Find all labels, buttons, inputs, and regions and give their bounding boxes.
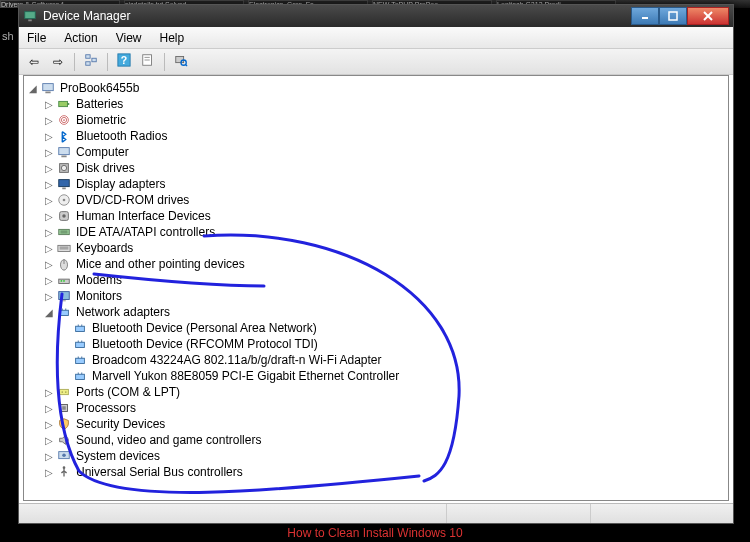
tree-category[interactable]: ▷Monitors xyxy=(28,288,728,304)
svg-point-44 xyxy=(63,280,65,282)
expander-icon[interactable]: ▷ xyxy=(44,227,54,237)
tree-category[interactable]: ▷Bluetooth Radios xyxy=(28,128,728,144)
expander-icon[interactable]: ▷ xyxy=(44,195,54,205)
expander-icon[interactable]: ▷ xyxy=(44,115,54,125)
tree-category[interactable]: ▷DVD/CD-ROM drives xyxy=(28,192,728,208)
expander-icon[interactable]: ▷ xyxy=(44,451,54,461)
tree-category[interactable]: ▷Security Devices xyxy=(28,416,728,432)
tree-category-label: Sound, video and game controllers xyxy=(76,433,261,447)
arrow-right-icon: ⇨ xyxy=(53,55,63,69)
svg-point-31 xyxy=(63,199,66,202)
tree-device[interactable]: Bluetooth Device (RFCOMM Protocol TDI) xyxy=(28,336,728,352)
expander-icon[interactable]: ▷ xyxy=(44,211,54,221)
menu-file[interactable]: File xyxy=(27,31,46,45)
expander-icon[interactable]: ▷ xyxy=(44,467,54,477)
tree-category-label: Computer xyxy=(76,145,129,159)
help-button[interactable]: ? xyxy=(113,52,135,72)
tree-category[interactable]: ▷Universal Serial Bus controllers xyxy=(28,464,728,480)
expander-icon[interactable]: ▷ xyxy=(44,131,54,141)
tree-category[interactable]: ▷IDE ATA/ATAPI controllers xyxy=(28,224,728,240)
close-button[interactable] xyxy=(687,7,729,25)
svg-point-23 xyxy=(63,119,65,121)
ide-icon xyxy=(56,224,72,240)
svg-rect-45 xyxy=(59,292,70,300)
svg-rect-46 xyxy=(62,300,66,301)
tree-device[interactable]: Broadcom 43224AG 802.11a/b/g/draft-n Wi-… xyxy=(28,352,728,368)
tree-category[interactable]: ▷Computer xyxy=(28,144,728,160)
expander-icon[interactable]: ▷ xyxy=(44,99,54,109)
svg-rect-0 xyxy=(25,12,36,19)
biometric-icon xyxy=(56,112,72,128)
expander-icon[interactable]: ▷ xyxy=(44,163,54,173)
modem-icon xyxy=(56,272,72,288)
expander-icon[interactable]: ▷ xyxy=(44,147,54,157)
app-icon xyxy=(23,9,37,23)
network-icon xyxy=(72,368,88,384)
expander-icon[interactable]: ▷ xyxy=(44,275,54,285)
svg-rect-18 xyxy=(45,92,50,94)
battery-icon xyxy=(56,96,72,112)
tree-category[interactable]: ▷System devices xyxy=(28,448,728,464)
tree-content[interactable]: ◢ProBook6455b▷Batteries▷Biometric▷Blueto… xyxy=(23,75,729,501)
backdrop-link[interactable]: How to Clean Install Windows 10 xyxy=(287,526,462,540)
keyboard-icon xyxy=(56,240,72,256)
expander-icon[interactable]: ▷ xyxy=(44,179,54,189)
tree-category[interactable]: ▷Display adapters xyxy=(28,176,728,192)
tree-category[interactable]: ◢Network adapters xyxy=(28,304,728,320)
tree-category-label: Universal Serial Bus controllers xyxy=(76,465,243,479)
tree-root[interactable]: ◢ProBook6455b xyxy=(28,80,728,96)
expander-icon[interactable]: ▷ xyxy=(44,403,54,413)
menu-help[interactable]: Help xyxy=(160,31,185,45)
svg-point-43 xyxy=(61,280,63,282)
tree-category-label: Processors xyxy=(76,401,136,415)
tree-category-label: Display adapters xyxy=(76,177,165,191)
tree-category[interactable]: ▷Biometric xyxy=(28,112,728,128)
expander-icon[interactable]: ▷ xyxy=(44,435,54,445)
tree-device-label: Bluetooth Device (Personal Area Network) xyxy=(92,321,317,335)
backdrop-text: sh xyxy=(2,30,14,42)
expander-icon[interactable]: ▷ xyxy=(44,419,54,429)
expander-icon[interactable]: ▷ xyxy=(44,387,54,397)
properties-button[interactable] xyxy=(137,52,159,72)
svg-rect-24 xyxy=(59,148,70,155)
titlebar[interactable]: Device Manager xyxy=(19,5,733,27)
tree-category-label: Ports (COM & LPT) xyxy=(76,385,180,399)
tree-device[interactable]: Marvell Yukon 88E8059 PCI-E Gigabit Ethe… xyxy=(28,368,728,384)
network-icon xyxy=(56,304,72,320)
svg-rect-29 xyxy=(62,188,66,190)
expander-icon[interactable]: ▷ xyxy=(44,291,54,301)
tree-device[interactable]: Bluetooth Device (Personal Area Network) xyxy=(28,320,728,336)
scan-hardware-button[interactable] xyxy=(170,52,192,72)
display-icon xyxy=(56,176,72,192)
forward-button[interactable]: ⇨ xyxy=(47,52,69,72)
tree-category[interactable]: ▷Modems xyxy=(28,272,728,288)
system-icon xyxy=(56,448,72,464)
menu-view[interactable]: View xyxy=(116,31,142,45)
tree-category[interactable]: ▷Batteries xyxy=(28,96,728,112)
back-button[interactable]: ⇦ xyxy=(23,52,45,72)
tree-icon xyxy=(84,53,98,70)
tree-category[interactable]: ▷Ports (COM & LPT) xyxy=(28,384,728,400)
svg-line-16 xyxy=(185,64,187,66)
expander-icon[interactable]: ▷ xyxy=(44,243,54,253)
svg-text:?: ? xyxy=(121,54,127,66)
minimize-button[interactable] xyxy=(631,7,659,25)
show-hide-tree-button[interactable] xyxy=(80,52,102,72)
tree-category[interactable]: ▷Disk drives xyxy=(28,160,728,176)
tree-category-label: IDE ATA/ATAPI controllers xyxy=(76,225,215,239)
menu-action[interactable]: Action xyxy=(64,31,97,45)
svg-point-64 xyxy=(65,391,67,393)
expander-icon[interactable]: ◢ xyxy=(28,83,38,93)
tree-category[interactable]: ▷Sound, video and game controllers xyxy=(28,432,728,448)
tree-category[interactable]: ▷Human Interface Devices xyxy=(28,208,728,224)
expander-icon[interactable]: ▷ xyxy=(44,259,54,269)
svg-rect-20 xyxy=(68,103,70,105)
maximize-button[interactable] xyxy=(659,7,687,25)
hid-icon xyxy=(56,208,72,224)
arrow-left-icon: ⇦ xyxy=(29,55,39,69)
tree-category[interactable]: ▷Mice and other pointing devices xyxy=(28,256,728,272)
svg-rect-56 xyxy=(76,358,85,363)
expander-icon[interactable]: ◢ xyxy=(44,307,54,317)
tree-category[interactable]: ▷Keyboards xyxy=(28,240,728,256)
tree-category[interactable]: ▷Processors xyxy=(28,400,728,416)
